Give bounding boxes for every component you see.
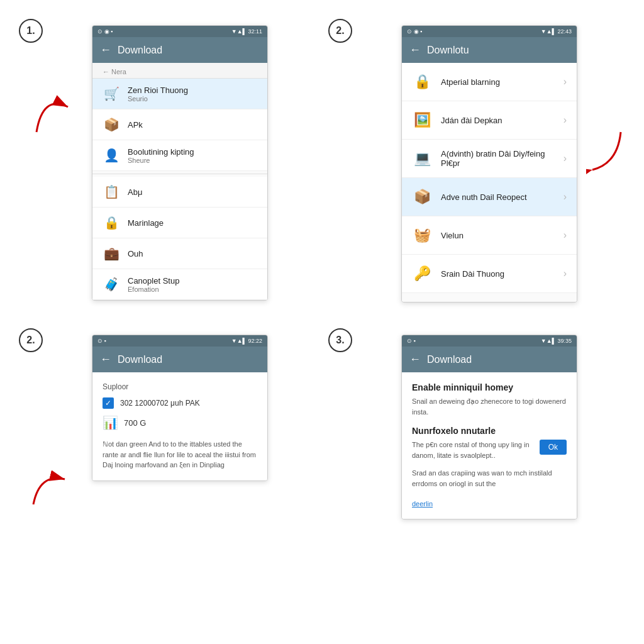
list-item-1-0[interactable]: 🛒 Zen Rioi Thuong Seurio bbox=[92, 79, 267, 109]
step-4-number: 3. bbox=[328, 328, 352, 352]
list-icon-1-0: 🛒 bbox=[103, 85, 120, 103]
status-left-icons-2: ⊙ ◉ ▪ bbox=[407, 28, 422, 35]
divider-1-1 bbox=[92, 174, 267, 174]
list-text-1-5: Ouh bbox=[128, 249, 257, 258]
info-link-4[interactable]: deerlin bbox=[412, 500, 433, 508]
list-icon-1-2: 👤 bbox=[103, 147, 120, 164]
back-arrow-2[interactable]: ← bbox=[409, 43, 421, 57]
quadrant-3: 2. ⊙ ▪ ▼▲▌ 92:22 ← Download Suploor ✓ 30… bbox=[19, 328, 316, 625]
status-left-icons-1: ⊙ ◉ ▪ bbox=[97, 28, 113, 35]
list-title-1-5: Ouh bbox=[128, 249, 257, 258]
ok-button-4[interactable]: Ok bbox=[540, 440, 567, 455]
status-right-1: ▼▲▌ 32:11 bbox=[231, 28, 262, 35]
app-bar-title-3: Download bbox=[118, 354, 162, 365]
settings-label-2-5: Srain Dài Thuong bbox=[441, 269, 555, 279]
step-1-number: 1. bbox=[19, 19, 43, 43]
list-subtitle-1-0: Seurio bbox=[128, 95, 257, 103]
checkbox-item-3[interactable]: ✓ 302 12000702 μuh PAK bbox=[103, 397, 257, 409]
checkbox-label-3: 302 12000702 μuh PAK bbox=[120, 399, 200, 408]
settings-icon-2-1: 🖼️ bbox=[412, 110, 432, 130]
settings-label-2-4: Vielun bbox=[441, 231, 555, 240]
quadrant-2: 2. ⊙ ◉ ▪ ▼▲▌ 22:43 ← Downlotu 🔒 Atperial… bbox=[328, 19, 625, 316]
app-bar-title-4: Download bbox=[427, 354, 472, 365]
chevron-icon-2-5: › bbox=[564, 268, 567, 279]
list-subtitle-1-2: Sheure bbox=[128, 157, 257, 164]
info-heading-4-2: Nunrfoxelo nnutarle bbox=[412, 426, 567, 436]
icon-item-3: 📊 700 G bbox=[103, 415, 257, 430]
settings-item-2-2[interactable]: 💻 A(dvinth) bratin Dâi Diy/feing Pl€pr › bbox=[402, 140, 577, 178]
list-icon-1-6: 🧳 bbox=[103, 275, 120, 293]
info-body-4-1: Snail an deweing đạo zhenecore to togi d… bbox=[412, 396, 567, 417]
status-bar-4: ⊙ ▪ ▼▲▌ 39:35 bbox=[402, 335, 577, 347]
settings-icon-2-3: 📦 bbox=[412, 187, 432, 207]
info-body-4-2: The p€n core nstal of thong upy ling in … bbox=[412, 440, 533, 460]
list-item-1-2[interactable]: 👤 Boolutining kipting Sheure bbox=[92, 140, 267, 171]
detail-label-3: Suploor bbox=[103, 382, 257, 391]
chevron-icon-2-0: › bbox=[564, 76, 567, 87]
list-text-1-0: Zen Rioi Thuong Seurio bbox=[128, 86, 257, 103]
list-icon-1-4: 🔒 bbox=[103, 214, 120, 231]
list-title-1-2: Boolutining kipting bbox=[128, 147, 257, 157]
list-item-1-3[interactable]: 📋 Abμ bbox=[92, 177, 267, 208]
list-item-1-6[interactable]: 🧳 Canoplet Stup Efomation bbox=[92, 269, 267, 300]
detail-text-3: ℕot dan green And to to the ittables ust… bbox=[103, 439, 257, 470]
back-arrow-4[interactable]: ← bbox=[409, 353, 421, 366]
list-text-1-6: Canoplet Stup Efomation bbox=[128, 276, 257, 293]
status-right-3: ▼▲▌ 92:22 bbox=[231, 338, 262, 344]
list-item-1-4[interactable]: 🔒 Marinlage bbox=[92, 208, 267, 238]
list-content-1: ← Nera 🛒 Zen Rioi Thuong Seurio 📦 APk 👤 … bbox=[92, 63, 267, 300]
settings-label-2-3: Adve nuth Dail Reopect bbox=[441, 192, 555, 202]
chevron-icon-2-3: › bbox=[564, 191, 567, 203]
step-3-number: 2. bbox=[19, 328, 43, 352]
info-content-4: Enable minniquil homey Snail an deweing … bbox=[402, 372, 577, 519]
list-icon-1-5: 💼 bbox=[103, 245, 120, 262]
back-arrow-1[interactable]: ← bbox=[100, 43, 111, 57]
list-subtitle-1-6: Efomation bbox=[128, 286, 257, 293]
list-title-1-6: Canoplet Stup bbox=[128, 276, 257, 286]
settings-icon-2-0: 🔒 bbox=[412, 72, 432, 92]
settings-label-2-2: A(dvinth) bratin Dâi Diy/feing Pl€pr bbox=[441, 149, 555, 168]
list-item-1-1[interactable]: 📦 APk bbox=[92, 109, 267, 140]
app-bar-4: ← Download bbox=[402, 347, 577, 372]
settings-label-2-0: Atperial blarning bbox=[441, 77, 555, 87]
settings-item-2-3[interactable]: 📦 Adve nuth Dail Reopect › bbox=[402, 178, 577, 216]
app-bar-title-2: Downlotu bbox=[427, 45, 469, 56]
icon-3: 📊 bbox=[103, 415, 118, 430]
icon-label-3: 700 G bbox=[124, 418, 146, 428]
phone-frame-2: ⊙ ◉ ▪ ▼▲▌ 22:43 ← Downlotu 🔒 Atperial bl… bbox=[401, 25, 577, 303]
status-bar-2: ⊙ ◉ ▪ ▼▲▌ 22:43 bbox=[402, 26, 577, 37]
chevron-icon-2-4: › bbox=[564, 230, 567, 241]
list-title-1-4: Marinlage bbox=[128, 218, 257, 228]
step-2-number: 2. bbox=[328, 19, 352, 43]
status-right-2: ▼▲▌ 22:43 bbox=[541, 28, 572, 35]
phone-frame-3: ⊙ ▪ ▼▲▌ 92:22 ← Download Suploor ✓ 302 1… bbox=[92, 335, 268, 481]
app-bar-3: ← Download bbox=[92, 347, 267, 372]
list-title-1-1: APk bbox=[128, 120, 257, 130]
list-item-1-5[interactable]: 💼 Ouh bbox=[92, 238, 267, 269]
screen-content-2: 🔒 Atperial blarning › 🖼️ Jdán đài Depkan… bbox=[402, 63, 577, 302]
status-bar-3: ⊙ ▪ ▼▲▌ 92:22 bbox=[92, 335, 267, 347]
quadrant-1: 1. ⊙ ◉ ▪ ▼▲▌ 32:11 ← Download ← Nera 🛒 Z… bbox=[19, 19, 316, 316]
phone-frame-1: ⊙ ◉ ▪ ▼▲▌ 32:11 ← Download ← Nera 🛒 Zen … bbox=[92, 25, 268, 301]
app-bar-2: ← Downlotu bbox=[402, 37, 577, 63]
settings-item-2-5[interactable]: 🔑 Srain Dài Thuong › bbox=[402, 255, 577, 293]
info-heading-4-1: Enable minniquil homey bbox=[412, 382, 567, 392]
section-header-1: ← Nera bbox=[92, 63, 267, 79]
status-left-icons-3: ⊙ ▪ bbox=[97, 338, 106, 344]
checkbox-3[interactable]: ✓ bbox=[103, 397, 114, 409]
status-bar-1: ⊙ ◉ ▪ ▼▲▌ 32:11 bbox=[92, 26, 267, 37]
detail-content-3: Suploor ✓ 302 12000702 μuh PAK 📊 700 G ℕ… bbox=[92, 372, 267, 480]
list-title-1-3: Abμ bbox=[128, 187, 257, 197]
list-title-1-0: Zen Rioi Thuong bbox=[128, 86, 257, 95]
settings-item-2-4[interactable]: 🧺 Vielun › bbox=[402, 216, 577, 255]
settings-label-2-1: Jdán đài Depkan bbox=[441, 116, 555, 125]
settings-icon-2-4: 🧺 bbox=[412, 225, 432, 245]
settings-item-2-1[interactable]: 🖼️ Jdán đài Depkan › bbox=[402, 101, 577, 140]
back-arrow-3[interactable]: ← bbox=[100, 353, 111, 366]
chevron-icon-2-2: › bbox=[564, 153, 567, 164]
settings-item-2-0[interactable]: 🔒 Atperial blarning › bbox=[402, 63, 577, 101]
list-text-1-2: Boolutining kipting Sheure bbox=[128, 147, 257, 164]
status-left-icons-4: ⊙ ▪ bbox=[407, 338, 416, 344]
list-icon-1-3: 📋 bbox=[103, 183, 120, 201]
list-text-1-4: Marinlage bbox=[128, 218, 257, 228]
